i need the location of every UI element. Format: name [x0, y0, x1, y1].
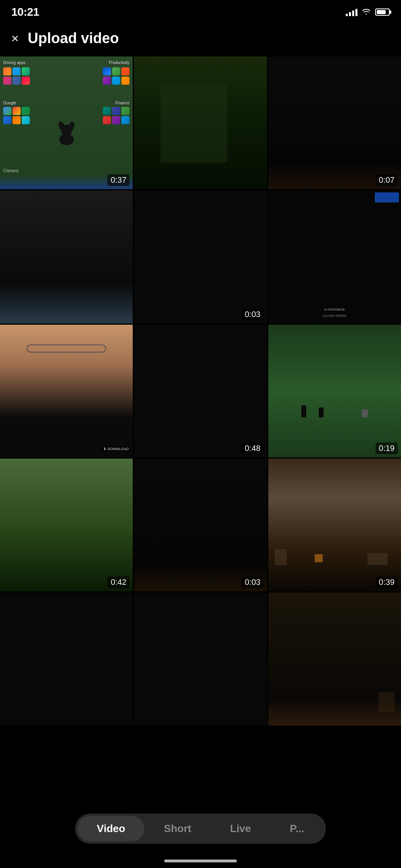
video-grid: Driving apps Productivity — [0, 56, 401, 727]
tab-video[interactable]: Video — [77, 816, 144, 841]
video-thumb-4[interactable] — [0, 190, 133, 323]
video-thumb-7[interactable]: ⬇ DOWNLOAD — [0, 325, 133, 457]
close-button[interactable]: × — [11, 32, 19, 45]
status-bar: 10:21 — [0, 0, 401, 22]
video-thumb-5[interactable]: 0:03 — [134, 190, 267, 323]
tab-short[interactable]: Short — [144, 816, 211, 841]
video-duration-5: 0:03 — [242, 309, 264, 320]
home-indicator — [164, 860, 237, 862]
tab-podcast[interactable]: P... — [270, 816, 324, 841]
page-title: Upload video — [28, 30, 119, 47]
upload-header: × Upload video — [0, 22, 401, 56]
video-thumb-8[interactable]: 0:48 — [134, 325, 267, 457]
video-duration-12: 0:39 — [376, 576, 398, 588]
video-thumb-6[interactable]: e-commerce LEARN MORE — [268, 190, 401, 323]
video-thumb-14[interactable] — [134, 593, 267, 725]
video-duration-3: 0:07 — [376, 174, 398, 186]
video-thumb-13[interactable] — [0, 593, 133, 725]
video-thumb-2[interactable] — [134, 56, 267, 189]
video-thumb-9[interactable]: 0:19 — [268, 325, 401, 457]
video-duration-10: 0:42 — [107, 576, 129, 588]
video-thumb-1[interactable]: Driving apps Productivity — [0, 56, 133, 189]
tabs-container: Video Short Live P... — [75, 814, 326, 844]
video-duration-8: 0:48 — [242, 442, 264, 454]
video-duration-1: 0:37 — [107, 174, 129, 186]
video-thumb-12[interactable]: 0:39 — [268, 459, 401, 591]
video-duration-9: 0:19 — [376, 442, 398, 454]
signal-icon — [346, 8, 357, 16]
tab-live[interactable]: Live — [211, 816, 270, 841]
video-thumb-10[interactable]: 0:42 — [0, 459, 133, 591]
video-thumb-3[interactable]: 0:07 — [268, 56, 401, 189]
video-thumb-11[interactable]: 0:03 — [134, 459, 267, 591]
status-icons — [346, 8, 390, 17]
battery-icon — [375, 8, 390, 16]
wifi-icon — [361, 8, 371, 17]
video-thumb-15[interactable] — [268, 593, 401, 725]
status-time: 10:21 — [11, 6, 39, 19]
video-duration-11: 0:03 — [242, 576, 264, 588]
bottom-tab-bar: Video Short Live P... — [0, 804, 401, 868]
